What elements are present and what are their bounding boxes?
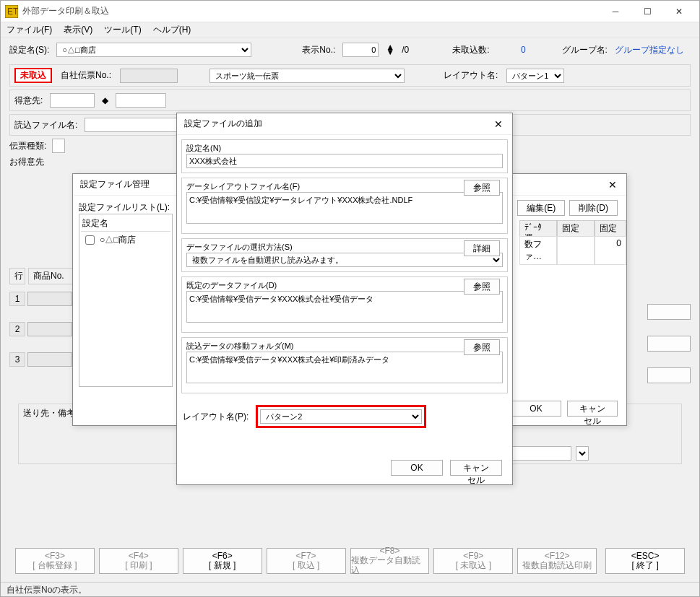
- f4-button[interactable]: <F4>[ 印刷 ]: [99, 548, 178, 574]
- mgmt-cell-sufa: 数ファ…: [519, 236, 557, 265]
- product-input-3[interactable]: [27, 352, 72, 367]
- menubar: ファイル(F) 表示(V) ツール(T) ヘルプ(H): [1, 22, 699, 38]
- row-1[interactable]: 1: [9, 292, 25, 306]
- customer-group-label: お得意先: [9, 157, 44, 167]
- f12-button[interactable]: <F12>複数自動読込印刷: [517, 548, 597, 574]
- slip-type-select[interactable]: スポーツ統一伝票: [209, 69, 405, 83]
- setting-name-label: 設定名(S):: [9, 44, 49, 56]
- top-row: 設定名(S): ○△□商店 表示No.: ▲ ▼ /0 未取込数: 0 グループ…: [1, 38, 699, 61]
- close-button[interactable]: ✕: [663, 1, 695, 22]
- slip-panel: 未取込 自社伝票No.: スポーツ統一伝票 レイアウト名: パターン1: [9, 64, 691, 87]
- footer-bar: <F3>[ 台帳登録 ] <F4>[ 印刷 ] <F6>[ 新規 ] <F7>[…: [1, 541, 699, 580]
- add-select-method-select[interactable]: 複数ファイルを自動選択し読み込みます。: [186, 253, 503, 267]
- mgmt-edit-button[interactable]: 編集(E): [517, 200, 565, 216]
- product-input-1[interactable]: [27, 292, 72, 306]
- app-icon: ET: [5, 5, 18, 18]
- customer-sub-input[interactable]: [116, 93, 166, 108]
- add-ok-button[interactable]: OK: [391, 460, 443, 476]
- add-close-button[interactable]: ✕: [489, 116, 508, 133]
- add-layout-file-input[interactable]: C:¥受信情報¥受信設定¥データレイアウト¥XXX株式会社.NDLF: [186, 192, 503, 224]
- svg-text:ET: ET: [7, 6, 18, 17]
- add-layout-file-label: データレイアウトファイル名(F): [186, 181, 503, 192]
- display-no-total: /0: [402, 45, 409, 55]
- minimize-button[interactable]: ─: [600, 1, 631, 22]
- menu-view[interactable]: 表示(V): [64, 24, 92, 36]
- add-move-browse-button[interactable]: 参照: [464, 339, 500, 355]
- mgmt-close-button[interactable]: ✕: [603, 176, 622, 193]
- grp-layout-file: データレイアウトファイル名(F) 参照 C:¥受信情報¥受信設定¥データレイアウ…: [181, 178, 508, 234]
- slip-kind-label: 伝票種類:: [9, 140, 46, 152]
- maximize-button[interactable]: ☐: [631, 1, 663, 22]
- customer-label: 得意先:: [14, 95, 43, 107]
- group-value[interactable]: グループ指定なし: [615, 44, 684, 56]
- mgmt-list-header: 設定名: [81, 216, 170, 232]
- add-default-file-input[interactable]: C:¥受信情報¥受信データ¥XXX株式会社¥受信データ: [186, 291, 503, 323]
- setting-name-select[interactable]: ○△□商店: [56, 43, 251, 57]
- add-select-method-label: データファイルの選択方法(S): [186, 242, 503, 253]
- add-layout-browse-button[interactable]: 参照: [464, 180, 500, 196]
- mgmt-cancel-button[interactable]: キャンセル: [567, 401, 618, 417]
- add-dialog-title: 設定ファイルの追加 ✕: [177, 113, 512, 135]
- side-btn-3[interactable]: [647, 367, 691, 383]
- add-default-file-label: 既定のデータファイル(D): [186, 280, 503, 291]
- status-text: 自社伝票Noの表示。: [7, 585, 87, 595]
- group-label: グループ名:: [562, 44, 608, 56]
- mgmt-ok-button[interactable]: OK: [511, 401, 561, 417]
- read-file-label: 読込ファイル名:: [14, 119, 77, 131]
- side-btn-2[interactable]: [647, 336, 691, 352]
- company-slip-label: 自社伝票No.:: [61, 69, 111, 82]
- mgmt-delete-button[interactable]: 削除(D): [569, 200, 618, 216]
- menu-help[interactable]: ヘルプ(H): [153, 24, 191, 36]
- add-cancel-button[interactable]: キャンセル: [450, 460, 502, 476]
- add-layout-p-select[interactable]: パターン2: [260, 409, 422, 424]
- esc-button[interactable]: <ESC>[ 終了 ]: [605, 548, 685, 574]
- menu-tools[interactable]: ツール(T): [104, 24, 141, 36]
- row-2[interactable]: 2: [9, 322, 25, 336]
- spinner-down-icon[interactable]: ▼: [386, 50, 394, 55]
- menu-file[interactable]: ファイル(F): [7, 24, 52, 36]
- side-btn-1[interactable]: [647, 304, 691, 320]
- layout-name-label: レイアウト名:: [444, 69, 498, 82]
- mgmt-item-checkbox[interactable]: [85, 235, 95, 245]
- mgmt-list[interactable]: 設定名 ○△□商店: [79, 214, 173, 387]
- customer-code-input[interactable]: [50, 93, 95, 108]
- add-default-browse-button[interactable]: 参照: [464, 279, 500, 295]
- product-input-2[interactable]: [27, 322, 72, 336]
- uncaptured-count-label: 未取込数:: [452, 44, 489, 56]
- grp-move-folder: 読込データの移動フォルダ(M) 参照 C:¥受信情報¥受信データ¥XXX株式会社…: [181, 337, 508, 393]
- lookup-icon[interactable]: ◆: [102, 95, 108, 105]
- customer-panel: 得意先: ◆: [9, 90, 691, 111]
- mgmt-list-item-0[interactable]: ○△□商店: [81, 232, 170, 248]
- display-no-label: 表示No.:: [302, 44, 335, 56]
- row-3[interactable]: 3: [9, 352, 25, 367]
- d-select[interactable]: [576, 446, 589, 461]
- main-titlebar: ET 外部データ印刷＆取込 ─ ☐ ✕: [1, 1, 699, 22]
- slip-kind-input[interactable]: [52, 139, 65, 153]
- read-file-input[interactable]: [85, 118, 190, 132]
- display-no-input[interactable]: [342, 43, 379, 57]
- status-bar: 自社伝票Noの表示。: [1, 582, 699, 596]
- product-no-header: 商品No.: [28, 268, 73, 284]
- add-setting-name-label: 設定名(N): [186, 143, 503, 154]
- f3-button[interactable]: <F3>[ 台帳登録 ]: [15, 548, 95, 574]
- grp-select-method: データファイルの選択方法(S) 詳細 複数ファイルを自動選択し読み込みます。: [181, 238, 508, 272]
- company-slip-input[interactable]: [120, 69, 178, 83]
- f6-button[interactable]: <F6>[ 新規 ]: [183, 548, 262, 574]
- grp-setting-name: 設定名(N): [181, 139, 508, 173]
- add-move-folder-label: 読込データの移動フォルダ(M): [186, 341, 503, 352]
- f9-button[interactable]: <F9>[ 未取込 ]: [433, 548, 513, 574]
- main-window-title: 外部データ印刷＆取込: [22, 5, 600, 17]
- send-note-label: 送り先・備考: [23, 408, 75, 418]
- row-header: 行: [9, 268, 25, 284]
- highlight-layout-select: パターン2: [256, 405, 426, 428]
- uncaptured-badge: 未取込: [14, 68, 52, 83]
- grp-default-file: 既定のデータファイル(D) 参照 C:¥受信情報¥受信データ¥XXX株式会社¥受…: [181, 276, 508, 333]
- add-move-folder-input[interactable]: C:¥受信情報¥受信データ¥XXX株式会社¥印刷済みデータ: [186, 352, 503, 383]
- add-settings-dialog: 設定ファイルの追加 ✕ 設定名(N) データレイアウトファイル名(F) 参照 C…: [176, 113, 513, 485]
- f7-button[interactable]: <F7>[ 取込 ]: [267, 548, 346, 574]
- add-detail-button[interactable]: 詳細: [464, 240, 500, 256]
- layout-name-select[interactable]: パターン1: [506, 69, 564, 83]
- f8-button[interactable]: <F8>複数データ自動読込: [350, 548, 430, 574]
- uncaptured-count-value: 0: [497, 45, 526, 55]
- add-setting-name-input[interactable]: [186, 154, 503, 168]
